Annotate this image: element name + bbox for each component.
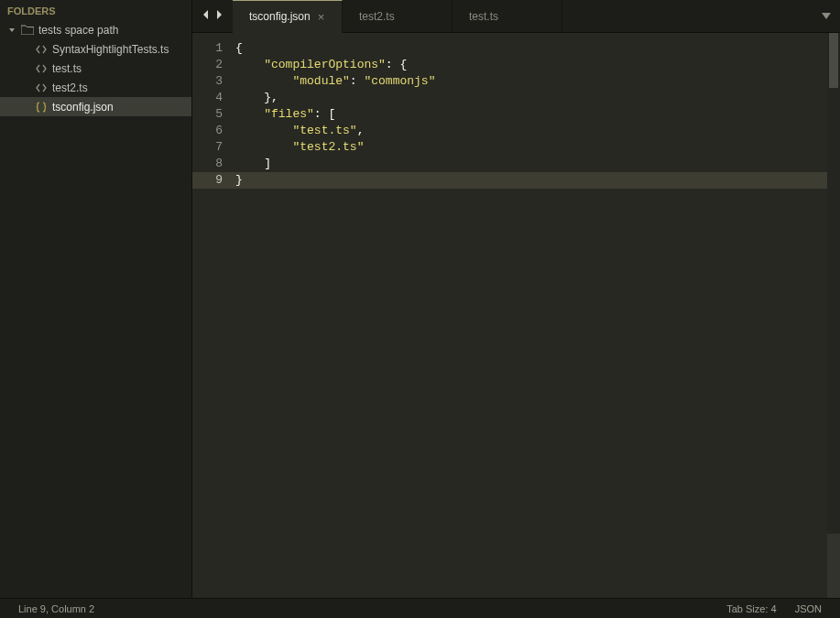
nav-back-icon[interactable] — [202, 9, 210, 23]
line-number: 8 — [192, 156, 235, 172]
code-line[interactable]: "files": [ — [235, 106, 840, 123]
line-number: 3 — [192, 73, 235, 90]
line-number: 1 — [192, 40, 235, 57]
file-label: tsconfig.json — [52, 101, 114, 114]
status-tab-size[interactable]: Tab Size: 4 — [717, 603, 785, 614]
line-number: 4 — [192, 90, 235, 106]
braces-icon — [35, 102, 48, 113]
status-language[interactable]: JSON — [786, 603, 831, 614]
file-label: test2.ts — [52, 81, 88, 94]
status-position[interactable]: Line 9, Column 2 — [9, 603, 104, 614]
code-line[interactable]: "test2.ts" — [235, 139, 840, 156]
tab-overflow-icon[interactable] — [822, 10, 831, 23]
folder-collapse-icon[interactable] — [7, 27, 16, 34]
status-bar: Line 9, Column 2 Tab Size: 4 JSON — [0, 598, 840, 618]
tab-label: test.ts — [469, 10, 498, 23]
editor-area: tsconfig.json×test2.tstest.ts 123456789 … — [192, 0, 840, 598]
code-line[interactable]: "test.ts", — [235, 123, 840, 139]
line-number: 9 — [192, 172, 235, 189]
code-line[interactable]: }, — [235, 90, 840, 106]
code-icon — [35, 63, 48, 74]
code-icon — [35, 44, 48, 55]
code-icon — [35, 82, 48, 93]
gutter: 123456789 — [192, 33, 235, 598]
line-number: 2 — [192, 57, 235, 73]
tab-test2-ts[interactable]: test2.ts — [343, 0, 453, 32]
folder-icon — [21, 25, 34, 35]
file-label: test.ts — [52, 62, 82, 75]
close-icon[interactable]: × — [318, 10, 325, 24]
tab-label: tsconfig.json — [249, 10, 311, 23]
file-test2-ts[interactable]: test2.ts — [0, 78, 191, 97]
code-editor[interactable]: 123456789 { "compilerOptions": { "module… — [192, 33, 840, 598]
code-line[interactable]: } — [235, 172, 840, 189]
code-line[interactable]: { — [235, 40, 840, 57]
tab-tsconfig-json[interactable]: tsconfig.json× — [233, 0, 343, 33]
file-label: SyntaxHightlightTests.ts — [52, 43, 169, 56]
vertical-scrollbar[interactable] — [827, 33, 840, 598]
code-line[interactable]: "compilerOptions": { — [235, 57, 840, 73]
file-tsconfig-json[interactable]: tsconfig.json — [0, 97, 191, 116]
file-test-ts[interactable]: test.ts — [0, 59, 191, 78]
code-line[interactable]: ] — [235, 156, 840, 172]
tab-test-ts[interactable]: test.ts — [453, 0, 562, 32]
tab-label: test2.ts — [359, 10, 395, 23]
nav-forward-icon[interactable] — [215, 9, 224, 23]
line-number: 7 — [192, 139, 235, 156]
line-number: 6 — [192, 123, 235, 139]
line-number: 5 — [192, 106, 235, 123]
code-content[interactable]: { "compilerOptions": { "module": "common… — [235, 33, 840, 598]
file-SyntaxHightlightTests-ts[interactable]: SyntaxHightlightTests.ts — [0, 39, 191, 59]
sidebar: FOLDERS tests space path SyntaxHightligh… — [0, 0, 192, 598]
scrollbar-thumb[interactable] — [829, 33, 838, 88]
code-line[interactable]: "module": "commonjs" — [235, 73, 840, 90]
folder-row[interactable]: tests space path — [0, 20, 191, 39]
folder-label: tests space path — [38, 24, 118, 37]
tab-bar: tsconfig.json×test2.tstest.ts — [192, 0, 840, 33]
sidebar-header: FOLDERS — [0, 0, 191, 20]
